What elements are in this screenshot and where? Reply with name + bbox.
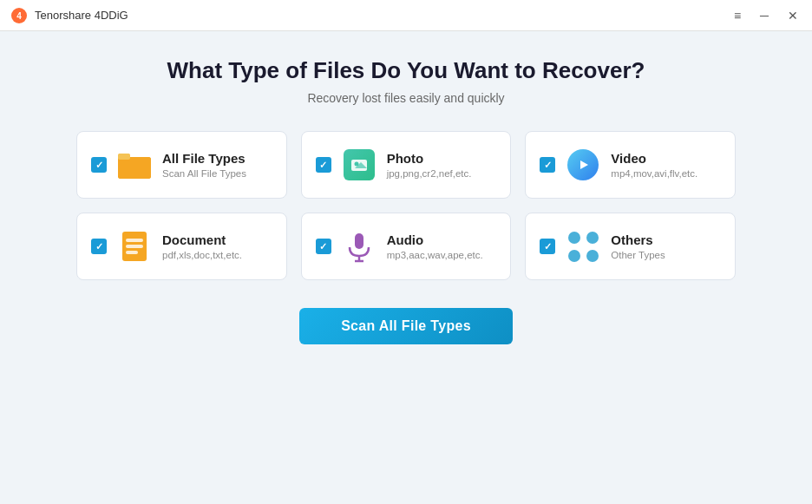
video-card-subtitle: mp4,mov,avi,flv,etc. [611, 168, 697, 179]
video-card-info: Video mp4,mov,avi,flv,etc. [611, 151, 697, 179]
others-card-title: Others [611, 232, 665, 247]
app-logo-icon: 4 [10, 7, 28, 24]
checkbox-all[interactable]: ✓ [91, 157, 107, 173]
others-card-info: Others Other Types [611, 232, 665, 260]
document-card-title: Document [162, 232, 242, 247]
titlebar-controls: ≡ ─ ✕ [730, 8, 802, 23]
photo-card-subtitle: jpg,png,cr2,nef,etc. [387, 168, 472, 179]
checkmark-photo: ✓ [319, 160, 327, 170]
card-document[interactable]: ✓ Document pdf,xls,doc,txt,etc. [76, 213, 287, 280]
photo-card-info: Photo jpg,png,cr2,nef,etc. [387, 151, 472, 179]
checkbox-document[interactable]: ✓ [91, 239, 107, 254]
page-subtitle: Recovery lost files easily and quickly [307, 91, 504, 105]
close-button[interactable]: ✕ [784, 8, 802, 23]
photo-icon [342, 147, 377, 182]
others-dot-1 [568, 232, 580, 244]
card-audio[interactable]: ✓ Audio mp3,aac,wav,ape,etc. [301, 213, 512, 280]
file-type-grid: ✓ All File Types Scan All File Types ✓ [76, 131, 736, 280]
document-icon [117, 229, 152, 264]
all-file-icon [117, 147, 152, 182]
svg-rect-6 [118, 154, 130, 160]
checkbox-video[interactable]: ✓ [540, 157, 555, 173]
others-card-subtitle: Other Types [611, 250, 665, 260]
document-card-subtitle: pdf,xls,doc,txt,etc. [162, 250, 242, 260]
document-card-info: Document pdf,xls,doc,txt,etc. [162, 232, 242, 260]
svg-rect-14 [126, 251, 138, 254]
titlebar: 4 Tenorshare 4DDiG ≡ ─ ✕ [0, 0, 812, 31]
audio-icon [342, 229, 377, 264]
svg-rect-12 [126, 239, 143, 242]
others-dot-2 [586, 232, 599, 244]
menu-button[interactable]: ≡ [730, 8, 744, 23]
checkmark-others: ✓ [544, 242, 552, 252]
card-photo[interactable]: ✓ Photo jpg,png,cr2,nef,etc. [301, 131, 512, 199]
minimize-button[interactable]: ─ [756, 8, 772, 23]
checkmark-video: ✓ [544, 160, 552, 170]
page-title: What Type of Files Do You Want to Recove… [167, 57, 645, 84]
video-icon [566, 147, 600, 182]
svg-rect-13 [126, 245, 143, 248]
all-card-info: All File Types Scan All File Types [162, 151, 246, 179]
audio-card-title: Audio [387, 232, 483, 247]
main-content: What Type of Files Do You Want to Recove… [0, 31, 812, 504]
svg-rect-5 [118, 157, 151, 179]
card-others[interactable]: ✓ Others Other Types [525, 213, 736, 280]
scan-button[interactable]: Scan All File Types [299, 308, 513, 344]
svg-text:4: 4 [16, 11, 22, 21]
audio-card-info: Audio mp3,aac,wav,ape,etc. [387, 232, 483, 260]
checkbox-photo[interactable]: ✓ [316, 157, 331, 173]
app-title: Tenorshare 4DDiG [35, 9, 128, 22]
all-card-title: All File Types [162, 151, 246, 166]
titlebar-left: 4 Tenorshare 4DDiG [10, 7, 128, 24]
svg-rect-15 [355, 233, 363, 249]
checkbox-others[interactable]: ✓ [540, 239, 555, 254]
all-card-subtitle: Scan All File Types [162, 168, 246, 179]
others-dot-4 [586, 250, 599, 262]
checkmark-all: ✓ [95, 160, 103, 170]
others-icon [566, 229, 600, 264]
checkbox-audio[interactable]: ✓ [316, 239, 331, 254]
others-dot-3 [568, 250, 580, 262]
audio-card-subtitle: mp3,aac,wav,ape,etc. [387, 250, 483, 260]
checkmark-document: ✓ [95, 242, 103, 252]
card-all-file-types[interactable]: ✓ All File Types Scan All File Types [76, 131, 287, 199]
photo-card-title: Photo [387, 151, 472, 166]
card-video[interactable]: ✓ Video mp4,mov,avi,flv,etc. [525, 131, 736, 199]
svg-marker-10 [580, 160, 588, 169]
video-card-title: Video [611, 151, 697, 166]
checkmark-audio: ✓ [319, 242, 327, 252]
